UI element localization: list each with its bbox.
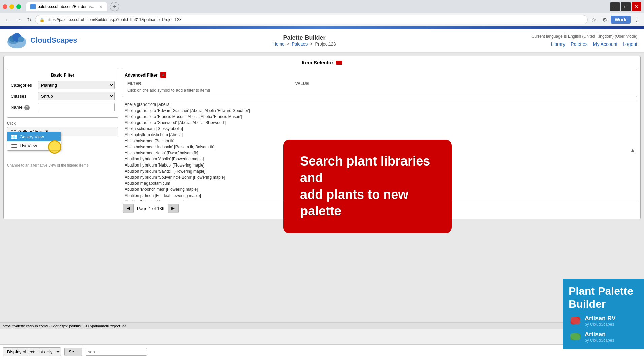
menu-btn[interactable]: ⋮	[632, 15, 641, 24]
reload-btn[interactable]: ↻	[24, 15, 34, 24]
logo-area: CloudScapes	[7, 32, 77, 49]
nav-logout[interactable]: Logout	[623, 41, 637, 47]
search-input[interactable]	[86, 348, 147, 356]
col-filter-header: FILTER	[127, 81, 295, 86]
address-bar[interactable]: 🔒 https://palette.csdhub.com/Builder.asp…	[35, 15, 588, 24]
nav-palettes[interactable]: Palettes	[571, 41, 588, 47]
name-input[interactable]	[38, 103, 115, 111]
header-right: Current language is English (United King…	[532, 34, 637, 47]
tab-close-icon[interactable]: ✕	[99, 4, 103, 9]
breadcrumb-palettes[interactable]: Palettes	[292, 41, 308, 47]
prev-page-btn[interactable]: ◄	[123, 204, 134, 213]
browser-controls: ← → ↻ 🔒 https://palette.csdhub.com/Build…	[0, 13, 644, 26]
cloudscapes-logo-icon	[7, 32, 27, 49]
list-item[interactable]: Abelia grandiflora [Abelia]	[123, 101, 635, 108]
next-page-btn[interactable]: ►	[168, 204, 179, 213]
search-btn[interactable]: Se...	[64, 348, 82, 356]
display-select[interactable]: Display objects list only	[3, 347, 61, 356]
forward-btn[interactable]: →	[13, 15, 23, 24]
red-overlay-text: Search plant libraries and add plants to…	[300, 153, 435, 220]
side-ad-brand2-text: Artisan by CloudScapes	[585, 331, 614, 343]
back-btn[interactable]: ←	[3, 15, 12, 24]
breadcrumb: Home > Palettes > Project123	[273, 41, 336, 47]
col-value-header: VALUE	[295, 81, 631, 86]
artisan-rv-leaf-icon	[569, 314, 582, 327]
scroll-arrow-icon[interactable]: ▲	[630, 147, 635, 153]
classes-label: Classes	[11, 94, 38, 99]
side-advertisement: Plant Palette Builder Artisan RV by Clou…	[563, 279, 644, 349]
top-banner	[0, 26, 644, 29]
main-content: Item Selector Basic Filter Categories Pl…	[0, 53, 644, 322]
item-selector-box: Item Selector Basic Filter Categories Pl…	[3, 56, 641, 219]
filter-table-header: FILTER VALUE	[125, 81, 634, 87]
window-close-btn[interactable]: ✕	[632, 2, 641, 11]
advanced-filter-add-btn[interactable]: +	[160, 72, 166, 78]
window-maximize-btn[interactable]: □	[621, 2, 631, 11]
view-dropdown: Gallery View List View	[7, 132, 61, 151]
nav-my-account[interactable]: My Account	[593, 41, 617, 47]
header-nav: Library Palettes My Account Logout	[551, 41, 637, 47]
status-url: https://palette.csdhub.com/Builder.aspx?…	[3, 324, 126, 328]
side-ad-brand1-text: Artisan RV by CloudScapes	[585, 315, 616, 327]
win-minimize-btn[interactable]	[9, 4, 14, 9]
browser-titlebar: palette.csdhub.com/Builder.asp... ✕ + ─ …	[0, 0, 644, 13]
list-item[interactable]: Abelia grandiflora 'Edward Goucher' [Abe…	[123, 108, 635, 114]
view-controls: Click Gallery View ▼	[7, 121, 118, 167]
filter-hint: Click on the add symbol to add a filter …	[125, 87, 634, 94]
win-close-btn[interactable]	[3, 4, 7, 9]
item-selector-title: Item Selector	[7, 60, 637, 65]
list-item[interactable]: Abelia schumanii [Glossy abelia]	[123, 126, 635, 132]
status-bar: https://palette.csdhub.com/Builder.aspx?…	[0, 322, 644, 329]
app-title: Palette Builder	[273, 34, 336, 41]
side-ad-brand2-sub: by CloudScapes	[585, 338, 614, 343]
left-panel: Basic Filter Categories Planting Classes…	[7, 69, 118, 216]
name-row: Name ?	[11, 103, 115, 111]
list-option-label: List View	[20, 143, 37, 148]
categories-label: Categories	[11, 83, 38, 88]
window-minimize-btn[interactable]: ─	[610, 2, 620, 11]
work-extension-btn[interactable]: Work	[611, 16, 631, 24]
win-maximize-btn[interactable]	[16, 4, 21, 9]
gallery-view-option[interactable]: Gallery View	[7, 132, 61, 141]
gallery-option-icon	[11, 135, 17, 139]
side-ad-title: Plant Palette Builder	[569, 285, 639, 310]
name-label: Name ?	[11, 104, 38, 110]
gallery-option-label: Gallery View	[20, 134, 44, 139]
page-info: Page 1 of 136	[137, 206, 164, 211]
new-tab-btn[interactable]: +	[110, 2, 119, 11]
tab-favicon	[30, 4, 36, 9]
extensions-btn[interactable]: ⚙	[600, 15, 609, 24]
basic-filter-title: Basic Filter	[11, 72, 115, 78]
side-ad-brand2-area: Artisan by CloudScapes	[569, 330, 639, 343]
list-item[interactable]: Abelia grandiflora 'Francis Mason' [Abel…	[123, 114, 635, 120]
tab-title: palette.csdhub.com/Builder.asp...	[38, 4, 97, 9]
list-item[interactable]: Abeliophyllum distichum [Abelia]	[123, 132, 635, 138]
advanced-filter-header: Advanced Filter +	[125, 72, 634, 78]
side-ad-brand1-sub: by CloudScapes	[585, 322, 616, 327]
next-arrow-icon: ►	[170, 205, 176, 211]
classes-select[interactable]: Shrub	[38, 92, 115, 100]
categories-select[interactable]: Planting	[38, 81, 115, 89]
active-browser-tab[interactable]: palette.csdhub.com/Builder.asp... ✕	[26, 2, 107, 11]
list-item[interactable]: Abelia grandiflora 'Sherwood' [Abelia, A…	[123, 120, 635, 126]
bookmark-btn[interactable]: ☆	[589, 15, 599, 24]
app-header: CloudScapes Palette Builder Home > Palet…	[0, 29, 644, 53]
advanced-filter-title: Advanced Filter	[125, 72, 158, 78]
nav-library[interactable]: Library	[551, 41, 565, 47]
categories-row: Categories Planting	[11, 81, 115, 89]
svg-point-4	[18, 36, 24, 42]
right-panel: Advanced Filter + FILTER VALUE Click on …	[122, 69, 637, 216]
red-promotional-overlay: Search plant libraries and add plants to…	[283, 140, 452, 233]
header-center: Palette Builder Home > Palettes > Projec…	[273, 34, 336, 47]
basic-filter-box: Basic Filter Categories Planting Classes…	[7, 69, 118, 118]
bottom-bar: Display objects list only Se...	[0, 344, 644, 359]
item-selector-body: Basic Filter Categories Planting Classes…	[7, 69, 637, 216]
name-help-icon[interactable]: ?	[24, 105, 30, 110]
address-text: https://palette.csdhub.com/Builder.aspx?…	[47, 17, 583, 22]
artisan-leaf-icon	[569, 330, 582, 343]
browser-chrome: palette.csdhub.com/Builder.asp... ✕ + ─ …	[0, 0, 644, 26]
title-icon	[336, 61, 342, 65]
list-option-icon	[11, 144, 17, 148]
breadcrumb-home[interactable]: Home	[273, 41, 285, 47]
svg-point-6	[569, 315, 582, 326]
